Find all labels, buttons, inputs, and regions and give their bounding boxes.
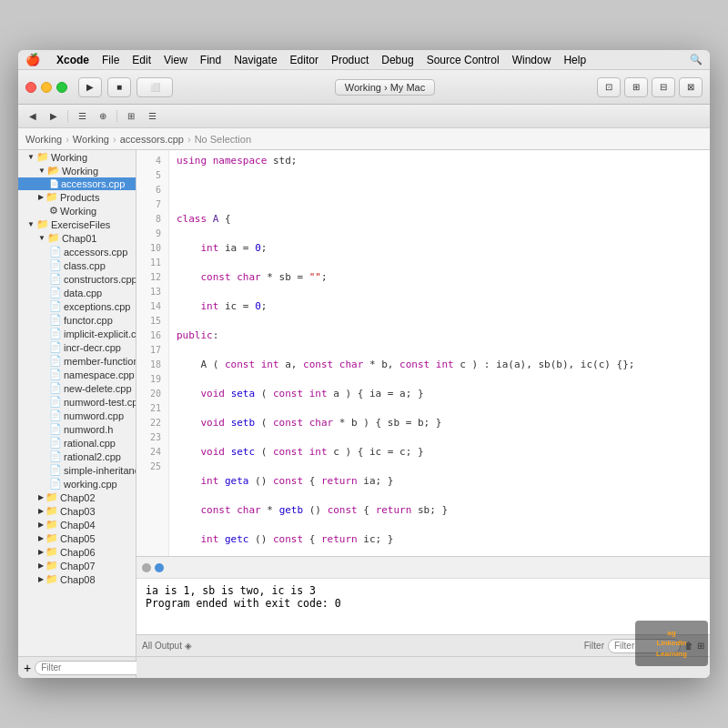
apple-menu[interactable]: 🍎 (25, 53, 40, 66)
file-icon: ⚙ (49, 205, 58, 217)
maximize-button[interactable] (56, 82, 67, 93)
sidebar-item-working-root[interactable]: ▼ 📁 Working (18, 150, 136, 164)
sidebar-label: working.cpp (64, 479, 117, 490)
utilities-toggle[interactable]: ⊠ (679, 77, 703, 97)
sidebar-item-chap01[interactable]: ▼ 📁 Chap01 (18, 231, 136, 245)
menu-editor[interactable]: Editor (290, 54, 318, 66)
stop-button[interactable]: ■ (107, 77, 131, 97)
chevron-icon: ▶ (38, 561, 44, 570)
back-btn[interactable]: ◀ (24, 108, 42, 125)
output-line-1: ia is 1, sb is two, ic is 3 (146, 584, 701, 597)
menu-view[interactable]: View (164, 54, 187, 66)
file-icon: 📄 (49, 369, 62, 380)
menu-product[interactable]: Product (331, 54, 369, 66)
folder-icon: 📁 (46, 573, 58, 585)
sidebar-item-class[interactable]: 📄 class.cpp (18, 258, 136, 272)
sidebar-item-chap06[interactable]: ▶ 📁 Chap06 (18, 545, 136, 559)
sidebar-item-rational[interactable]: 📄 rational.cpp (18, 436, 136, 450)
sidebar-bottom: + ⊕ ☰ (18, 656, 136, 678)
code-content[interactable]: using namespace std; class A { int ia = … (169, 150, 710, 556)
file-icon: 📄 (49, 437, 62, 449)
sidebar-label: Chap06 (60, 547, 96, 558)
sidebar-label: Chap02 (60, 492, 96, 503)
debug-dot-gray (142, 563, 151, 572)
sidebar-item-member-fn[interactable]: 📄 member-function.cpp (18, 354, 136, 368)
sidebar-item-simple-inheritance[interactable]: 📄 simple-inheritance.cpp (18, 463, 136, 477)
breadcrumb-working2[interactable]: Working (73, 134, 109, 145)
sidebar-item-working-cpp[interactable]: 📄 working.cpp (18, 477, 136, 490)
menu-help[interactable]: Help (563, 54, 586, 66)
sidebar-item-new-delete[interactable]: 📄 new-delete.cpp (18, 381, 136, 395)
breadcrumb-bar: Working › Working › accessors.cpp › No S… (18, 128, 710, 150)
navigator-toggle[interactable]: ⊞ (624, 77, 648, 97)
sidebar-item-numword[interactable]: 📄 numword.cpp (18, 409, 136, 422)
sidebar-item-chap04[interactable]: ▶ 📁 Chap04 (18, 518, 136, 531)
sidebar-item-exceptions[interactable]: 📄 exceptions.cpp (18, 299, 136, 313)
run-button[interactable]: ▶ (78, 77, 102, 97)
sidebar-label: rational2.cpp (64, 451, 121, 462)
sidebar-item-accessors[interactable]: 📄 accessors.cpp (18, 177, 136, 190)
sidebar-label: new-delete.cpp (64, 383, 132, 394)
sidebar-item-namespace[interactable]: 📄 namespace.cpp (18, 368, 136, 381)
sidebar-item-constructors[interactable]: 📄 constructors.cpp (18, 272, 136, 286)
breadcrumb-working1[interactable]: Working (25, 134, 62, 145)
add-file-icon[interactable]: + (24, 661, 31, 675)
sidebar-item-chap03[interactable]: ▶ 📁 Chap03 (18, 504, 136, 518)
reveal-btn[interactable]: ☰ (73, 108, 91, 125)
sidebar-item-chap07[interactable]: ▶ 📁 Chap07 (18, 559, 136, 572)
sidebar-label: Products (60, 192, 99, 203)
menu-debug[interactable]: Debug (381, 54, 413, 66)
hierarchy-btn[interactable]: ⊞ (122, 108, 140, 125)
folder-icon: 📁 (46, 505, 58, 517)
sidebar-item-rational2[interactable]: 📄 rational2.cpp (18, 450, 136, 463)
sidebar-item-implicit-explicit[interactable]: 📄 implicit-explicit.cpp (18, 327, 136, 340)
close-button[interactable] (25, 82, 36, 93)
scheme-bar[interactable]: Working › My Mac (335, 79, 435, 96)
sidebar-item-exercisefiles[interactable]: ▼ 📁 ExerciseFiles (18, 217, 136, 231)
sidebar-item-incr-decr[interactable]: 📄 incr-decr.cpp (18, 340, 136, 354)
sidebar-label: data.cpp (64, 288, 102, 298)
sidebar-label: exceptions.cpp (64, 301, 130, 312)
toolbar: ▶ ■ ⬜ Working › My Mac ⊡ ⊞ ⊟ ⊠ (18, 70, 710, 105)
menu-edit[interactable]: Edit (132, 54, 151, 66)
folder-icon: 📁 (46, 491, 58, 503)
editor-toggle[interactable]: ⊡ (597, 77, 621, 97)
menu-source-control[interactable]: Source Control (427, 54, 500, 66)
breadcrumb-selection: No Selection (195, 134, 251, 145)
menu-file[interactable]: File (102, 54, 119, 66)
sep-b2: › (113, 134, 116, 145)
sidebar-label: Chap08 (60, 574, 96, 585)
sidebar-label: simple-inheritance.cpp (64, 465, 136, 476)
scheme-selector[interactable]: ⬜ (136, 77, 173, 97)
breadcrumb-file[interactable]: accessors.cpp (120, 134, 184, 145)
sidebar-item-products[interactable]: ▶ 📁 Products (18, 190, 136, 204)
forward-btn[interactable]: ▶ (45, 108, 63, 125)
sidebar-item-numword-h[interactable]: 📄 numword.h (18, 422, 136, 436)
sidebar-item-numword-test[interactable]: 📄 numword-test.cpp (18, 395, 136, 409)
main-area: ▼ 📁 Working ▼ 📂 Working 📄 accessors.cpp … (18, 150, 710, 656)
chevron-icon: ▶ (38, 507, 44, 515)
menu-find[interactable]: Find (200, 54, 221, 66)
sidebar-item-working[interactable]: ▼ 📂 Working (18, 164, 136, 177)
sidebar-item-data[interactable]: 📄 data.cpp (18, 286, 136, 299)
filter2-btn[interactable]: ☰ (143, 108, 161, 125)
menu-xcode[interactable]: Xcode (56, 54, 89, 66)
menu-window[interactable]: Window (512, 54, 551, 66)
add-btn[interactable]: ⊕ (94, 108, 112, 125)
menu-navigate[interactable]: Navigate (234, 54, 277, 66)
sidebar-label: member-function.cpp (64, 356, 136, 367)
sidebar-item-chap05[interactable]: ▶ 📁 Chap05 (18, 531, 136, 545)
sidebar-item-chap02[interactable]: ▶ 📁 Chap02 (18, 490, 136, 504)
search-icon[interactable]: 🔍 (690, 54, 703, 66)
debug-toggle[interactable]: ⊟ (652, 77, 675, 97)
sidebar-item-functor[interactable]: 📄 functor.cpp (18, 313, 136, 327)
scheme-label: Working › My Mac (345, 82, 425, 93)
sidebar-item-chap08[interactable]: ▶ 📁 Chap08 (18, 572, 136, 586)
folder-icon: 📁 (36, 218, 49, 230)
code-editor[interactable]: 4 5 6 7 8 9 10 11 12 13 14 15 16 17 18 1… (136, 150, 710, 556)
minimize-button[interactable] (41, 82, 52, 93)
file-icon: 📄 (49, 423, 62, 435)
folder-icon: 📁 (46, 519, 58, 531)
sidebar-item-ch01-accessors[interactable]: 📄 accessors.cpp (18, 245, 136, 258)
sidebar-item-working-product[interactable]: ⚙ Working (18, 204, 136, 217)
